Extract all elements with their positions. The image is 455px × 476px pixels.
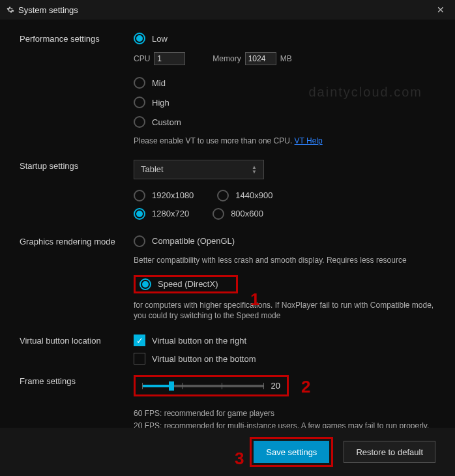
perf-radio-mid[interactable] [134, 77, 145, 89]
graphics-speed-hint: for computers with higher specifications… [134, 300, 435, 322]
res-800-label: 800x600 [231, 209, 263, 218]
graphics-radio-speed[interactable] [139, 278, 151, 290]
fps-slider[interactable] [142, 385, 263, 387]
res-1920-label: 1920x1080 [152, 190, 194, 200]
graphics-label: Graphics rendering mode [20, 235, 134, 331]
res-1280-label: 1280x720 [152, 209, 189, 218]
annotation-box-1: Speed (DirectX) [134, 275, 238, 293]
cpu-input[interactable] [154, 52, 185, 65]
memory-label: Memory [213, 54, 241, 63]
memory-unit: MB [280, 54, 292, 63]
perf-radio-custom[interactable] [134, 116, 145, 128]
startup-label: Startup settings [20, 160, 134, 231]
perf-radio-low[interactable] [134, 33, 145, 44]
graphics-radio-compatible[interactable] [134, 235, 145, 247]
chevron-updown-icon: ▲▼ [252, 165, 257, 174]
graphics-speed-label: Speed (DirectX) [158, 279, 218, 289]
perf-low-label: Low [152, 34, 168, 44]
gear-icon [7, 6, 14, 14]
fps-hint-60: 60 FPS: recommended for game players [134, 408, 435, 419]
annotation-box-2: 20 [134, 375, 289, 396]
perf-radio-high[interactable] [134, 97, 145, 108]
cpu-label: CPU [134, 54, 150, 63]
graphics-compatible-label: Compatible (OpenGL) [152, 236, 235, 246]
titlebar: System settings ✕ [0, 0, 455, 20]
vt-help-link[interactable]: VT Help [295, 136, 323, 145]
restore-default-button[interactable]: Restore to default [344, 441, 435, 463]
virtual-button-label: Virtual button location [20, 335, 134, 371]
res-radio-1280[interactable] [134, 208, 145, 220]
fps-slider-thumb[interactable] [169, 381, 174, 391]
graphics-compat-hint: Better compatibility with less crash and… [134, 255, 435, 266]
close-icon[interactable]: ✕ [433, 3, 448, 16]
perf-high-label: High [152, 98, 169, 108]
res-radio-1440[interactable] [217, 190, 229, 201]
vb-bottom-label: Virtual button on the bottom [152, 354, 256, 364]
vb-checkbox-right[interactable] [134, 335, 145, 346]
res-radio-1920[interactable] [134, 190, 145, 201]
performance-label: Performance settings [20, 33, 134, 156]
window-title: System settings [18, 5, 78, 15]
vb-right-label: Virtual button on the right [152, 336, 246, 346]
annotation-box-3: Save settings [250, 437, 333, 467]
memory-input[interactable] [245, 52, 276, 65]
footer-bar: Save settings Restore to default [0, 428, 455, 476]
vb-checkbox-bottom[interactable] [134, 353, 145, 364]
startup-dropdown-value: Tablet [141, 164, 164, 174]
save-button[interactable]: Save settings [254, 441, 329, 463]
vt-hint-text: Please enable VT to use more than one CP… [134, 136, 295, 145]
res-1440-label: 1440x900 [235, 190, 272, 200]
perf-custom-label: Custom [152, 117, 181, 127]
startup-dropdown[interactable]: Tablet ▲▼ [134, 160, 264, 179]
res-radio-800[interactable] [213, 208, 224, 220]
fps-value: 20 [271, 381, 280, 391]
perf-mid-label: Mid [152, 78, 166, 88]
